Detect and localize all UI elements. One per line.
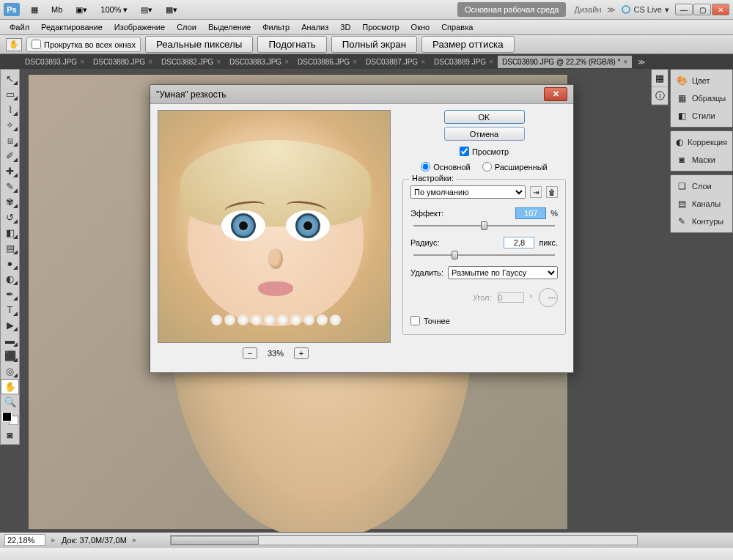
precise-checkbox[interactable]: Точнее: [410, 316, 558, 325]
dialog-titlebar[interactable]: "Умная" резкость ✕: [150, 85, 573, 104]
menu-analysis[interactable]: Анализ: [295, 21, 334, 34]
print-size-button[interactable]: Размер оттиска: [421, 36, 515, 53]
panel-channels[interactable]: ▤Каналы: [671, 195, 732, 213]
marquee-tool[interactable]: ▭: [1, 86, 19, 102]
eraser-tool[interactable]: ◧: [1, 225, 19, 240]
launch-minibridge-button[interactable]: Mb: [46, 3, 67, 16]
menu-image[interactable]: Изображение: [108, 21, 171, 34]
cslive-button[interactable]: CS Live ▾: [622, 5, 669, 15]
view-extras-button[interactable]: ▤▾: [136, 3, 158, 17]
maximize-button[interactable]: ▢: [693, 4, 711, 15]
launch-bridge-button[interactable]: ▦: [26, 3, 43, 17]
fit-screen-button[interactable]: Подогнать: [257, 36, 326, 53]
color-swatches[interactable]: [2, 412, 18, 425]
panel-adjustments[interactable]: ◐Коррекция: [671, 133, 732, 151]
crop-tool[interactable]: ⧆: [1, 133, 19, 148]
document-tab[interactable]: DSC03883.JPG×: [225, 56, 293, 68]
ok-button[interactable]: OK: [444, 110, 525, 124]
preview-image[interactable]: [158, 110, 391, 343]
tab-close-icon[interactable]: ×: [148, 58, 152, 66]
brush-tool[interactable]: ✎: [1, 179, 19, 194]
panel-layers[interactable]: ❏Слои: [671, 177, 732, 195]
menu-view[interactable]: Просмотр: [356, 21, 405, 34]
type-tool[interactable]: T: [1, 302, 19, 317]
menu-layers[interactable]: Слои: [171, 21, 202, 34]
effect-input[interactable]: [515, 207, 546, 219]
preset-select[interactable]: По умолчанию: [410, 185, 526, 199]
document-tab[interactable]: DSC03893.JPG×: [21, 56, 89, 68]
panel-color[interactable]: 🎨Цвет: [671, 72, 732, 89]
full-screen-button[interactable]: Полный экран: [331, 36, 417, 53]
zoom-input[interactable]: [4, 534, 45, 546]
eyedropper-tool[interactable]: ✐: [1, 148, 19, 163]
close-button[interactable]: ✕: [712, 4, 729, 15]
tab-close-icon[interactable]: ×: [80, 58, 84, 66]
cancel-button[interactable]: Отмена: [444, 127, 525, 141]
dodge-tool[interactable]: ◐: [1, 271, 19, 287]
tabs-overflow-icon[interactable]: ≫: [638, 58, 645, 66]
tab-close-icon[interactable]: ×: [623, 58, 627, 66]
panel-icon-info[interactable]: ⓘ: [652, 87, 668, 105]
menu-3d[interactable]: 3D: [334, 21, 356, 34]
gradient-tool[interactable]: ▤: [1, 240, 19, 256]
horizontal-scrollbar[interactable]: [170, 535, 638, 545]
mode-basic-radio[interactable]: Основной: [421, 162, 470, 172]
mode-advanced-radio[interactable]: Расширенный: [482, 162, 548, 172]
document-tab[interactable]: DSC03880.JPG×: [89, 56, 157, 68]
menu-help[interactable]: Справка: [435, 21, 479, 34]
panel-styles[interactable]: ◧Стили: [671, 107, 732, 125]
clone-stamp-tool[interactable]: ✾: [1, 194, 19, 210]
path-selection-tool[interactable]: ▶: [1, 317, 19, 333]
workspace-design-button[interactable]: Дизайн: [568, 2, 607, 17]
radius-slider[interactable]: [410, 250, 558, 260]
preview-checkbox[interactable]: Просмотр: [460, 147, 509, 156]
healing-brush-tool[interactable]: ✚: [1, 163, 19, 179]
menu-filter[interactable]: Фильтр: [257, 21, 295, 34]
workspace-overflow[interactable]: ≫: [607, 5, 616, 15]
save-preset-icon[interactable]: ⇥: [530, 186, 542, 198]
history-brush-tool[interactable]: ↺: [1, 210, 19, 225]
menu-edit[interactable]: Редактирование: [35, 21, 108, 34]
menu-file[interactable]: Файл: [4, 21, 35, 34]
3d-tool[interactable]: ⬛: [1, 348, 19, 364]
dialog-close-button[interactable]: ✕: [544, 87, 567, 101]
move-tool[interactable]: ↖: [1, 71, 19, 86]
panel-masks[interactable]: ◙Маски: [671, 151, 732, 169]
effect-slider[interactable]: [410, 221, 558, 231]
menu-select[interactable]: Выделение: [202, 21, 257, 34]
radius-input[interactable]: [504, 237, 534, 248]
panel-icon-histogram[interactable]: ▦: [652, 70, 668, 87]
zoom-level-display[interactable]: 100% ▾: [95, 3, 133, 17]
document-tab[interactable]: DSC03886.JPG×: [293, 56, 361, 68]
hand-tool[interactable]: ✋: [1, 379, 19, 394]
pen-tool[interactable]: ✒: [1, 287, 19, 302]
document-tab[interactable]: DSC03882.JPG×: [157, 56, 225, 68]
document-tab[interactable]: DSC03889.JPG×: [430, 56, 498, 68]
panel-swatches[interactable]: ▦Образцы: [671, 89, 732, 107]
magic-wand-tool[interactable]: ✧: [1, 117, 19, 133]
zoom-tool[interactable]: 🔍: [1, 394, 19, 410]
tab-close-icon[interactable]: ×: [216, 58, 221, 66]
minimize-button[interactable]: —: [675, 4, 693, 15]
screen-mode-button[interactable]: ▣▾: [70, 3, 92, 17]
lasso-tool[interactable]: ⌇: [1, 102, 19, 117]
menu-window[interactable]: Окно: [405, 21, 436, 34]
remove-select[interactable]: Размытие по Гауссу: [448, 266, 558, 279]
hand-tool-icon[interactable]: ✋: [6, 38, 22, 51]
delete-preset-icon[interactable]: 🗑: [546, 186, 558, 198]
tab-close-icon[interactable]: ×: [353, 58, 357, 66]
tab-close-icon[interactable]: ×: [284, 58, 289, 66]
blur-tool[interactable]: ●: [1, 256, 19, 271]
panel-paths[interactable]: ✎Контуры: [671, 213, 732, 230]
tab-close-icon[interactable]: ×: [489, 58, 493, 66]
preview-zoom-in-button[interactable]: +: [294, 347, 309, 359]
document-tab-active[interactable]: DSC03890.JPG @ 22,2% (RGB/8) *×: [498, 56, 632, 68]
preview-zoom-out-button[interactable]: −: [243, 347, 257, 359]
document-tab[interactable]: DSC03887.JPG×: [361, 56, 430, 68]
actual-pixels-button[interactable]: Реальные пикселы: [145, 36, 254, 53]
scroll-all-windows-checkbox[interactable]: Прокрутка во всех окнах: [26, 37, 141, 52]
3d-camera-tool[interactable]: ◎: [1, 364, 19, 379]
shape-tool[interactable]: ▬: [1, 333, 19, 348]
workspace-main-button[interactable]: Основная рабочая среда: [457, 2, 567, 17]
tab-close-icon[interactable]: ×: [421, 58, 425, 66]
